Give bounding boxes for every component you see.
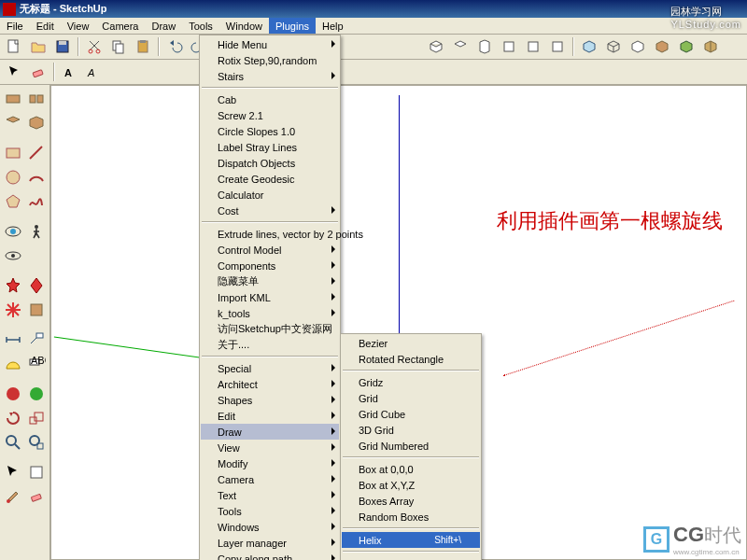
shaded-icon[interactable] bbox=[651, 36, 673, 57]
front-view-icon[interactable] bbox=[473, 36, 496, 57]
menuitem-bezier[interactable]: Bezier bbox=[342, 335, 480, 351]
menuitem-k-tools[interactable]: k_tools bbox=[201, 305, 339, 321]
copy-icon[interactable] bbox=[107, 36, 130, 57]
menuitem-special[interactable]: Special bbox=[201, 360, 339, 376]
star2-icon[interactable] bbox=[26, 274, 49, 297]
text-icon[interactable]: A bbox=[59, 62, 81, 82]
save-icon[interactable] bbox=[51, 36, 74, 57]
menuitem-draw[interactable]: Draw bbox=[201, 424, 339, 440]
menu-edit[interactable]: Edit bbox=[30, 18, 61, 34]
menuitem-import-kml[interactable]: Import KML bbox=[201, 289, 339, 305]
new-icon[interactable] bbox=[3, 36, 25, 57]
menuitem-box-at-x-y-z[interactable]: Box at X,Y,Z bbox=[342, 477, 480, 493]
mirror-icon[interactable] bbox=[26, 88, 49, 110]
iso-icon[interactable] bbox=[425, 36, 447, 57]
zoom-icon[interactable] bbox=[2, 431, 24, 454]
label-icon[interactable]: ABC bbox=[26, 353, 49, 375]
line-icon[interactable] bbox=[26, 142, 49, 164]
menuitem-rotix-step-90-random[interactable]: Rotix Step,90,random bbox=[201, 52, 339, 68]
color1-icon[interactable] bbox=[2, 383, 24, 405]
monochrome-icon[interactable] bbox=[699, 36, 722, 57]
menuitem-box-at-0-0-0[interactable]: Box at 0,0,0 bbox=[342, 461, 480, 477]
scale-icon[interactable] bbox=[26, 407, 49, 429]
menu-draw[interactable]: Draw bbox=[145, 18, 182, 34]
menuitem-grid[interactable]: Grid bbox=[342, 390, 480, 406]
back-view-icon[interactable] bbox=[522, 36, 544, 57]
menuitem-hide-menu[interactable]: Hide Menu bbox=[201, 36, 339, 52]
freehand-icon[interactable] bbox=[26, 190, 49, 213]
look-icon[interactable] bbox=[2, 220, 24, 243]
hidden-line-icon[interactable] bbox=[627, 36, 649, 57]
material-icon[interactable] bbox=[26, 299, 49, 321]
menuitem--[interactable]: 隐藏菜单 bbox=[201, 273, 339, 289]
walk-icon[interactable] bbox=[26, 220, 49, 243]
circle-icon[interactable] bbox=[2, 166, 24, 189]
menuitem-random-boxes[interactable]: Random Boxes bbox=[342, 509, 480, 525]
menu-plugins[interactable]: Plugins bbox=[269, 18, 316, 34]
flip-icon[interactable] bbox=[2, 88, 24, 110]
menuitem-view[interactable]: View bbox=[201, 440, 339, 455]
menuitem-grid-cube[interactable]: Grid Cube bbox=[342, 406, 480, 422]
eraser-icon[interactable] bbox=[27, 62, 49, 82]
rectangle-icon[interactable] bbox=[2, 142, 24, 164]
color2-icon[interactable] bbox=[26, 383, 49, 405]
menuitem-extrude-lines-vector-by-2-points[interactable]: Extrude lines, vector by 2 points bbox=[201, 226, 339, 242]
open-icon[interactable] bbox=[27, 36, 49, 57]
rotate-icon[interactable] bbox=[2, 407, 24, 429]
menu-view[interactable]: View bbox=[61, 18, 96, 34]
component-icon[interactable] bbox=[26, 461, 49, 483]
menuitem-architect[interactable]: Architect bbox=[201, 376, 339, 392]
left-view-icon[interactable] bbox=[546, 36, 569, 57]
menuitem-shapes[interactable]: Shapes bbox=[201, 392, 339, 408]
select-icon[interactable] bbox=[3, 62, 25, 82]
menuitem-components[interactable]: Components bbox=[201, 258, 339, 273]
undo-icon[interactable] bbox=[163, 36, 186, 57]
menuitem-camera[interactable]: Camera bbox=[201, 471, 339, 487]
menuitem-circle-slopes-1-0[interactable]: Circle Slopes 1.0 bbox=[201, 123, 339, 139]
dim-icon[interactable] bbox=[2, 329, 24, 351]
menuitem-slabtool[interactable]: SlabTool bbox=[342, 555, 480, 560]
menuitem-gridz[interactable]: Gridz bbox=[342, 374, 480, 390]
menuitem-text[interactable]: Text bbox=[201, 487, 339, 503]
menuitem-grid-numbered[interactable]: Grid Numbered bbox=[342, 438, 480, 454]
menuitem-layer-manager[interactable]: Layer manager bbox=[201, 535, 339, 551]
star3-icon[interactable] bbox=[2, 299, 24, 321]
menu-tools[interactable]: Tools bbox=[182, 18, 219, 34]
3dtext-icon[interactable]: A bbox=[83, 62, 106, 82]
arc-icon[interactable] bbox=[26, 166, 49, 189]
eraser2-icon[interactable] bbox=[26, 485, 49, 508]
paint-icon[interactable] bbox=[2, 485, 24, 508]
protractor-icon[interactable] bbox=[2, 353, 24, 375]
menuitem-stairs[interactable]: Stairs bbox=[201, 68, 339, 84]
menuitem-cost[interactable]: Cost bbox=[201, 203, 339, 218]
menu-window[interactable]: Window bbox=[219, 18, 269, 34]
shaded-tex-icon[interactable] bbox=[675, 36, 698, 57]
right-view-icon[interactable] bbox=[498, 36, 520, 57]
paste-icon[interactable] bbox=[132, 36, 154, 57]
menuitem--sketchup-[interactable]: 访问Sketchup中文资源网 bbox=[201, 321, 339, 337]
menuitem-windows[interactable]: Windows bbox=[201, 519, 339, 535]
menuitem--[interactable]: 关于.... bbox=[201, 337, 339, 353]
polygon-icon[interactable] bbox=[2, 190, 24, 213]
menuitem-calculator[interactable]: Calculator bbox=[201, 187, 339, 203]
menuitem-rotated-rectangle[interactable]: Rotated Rectangle bbox=[342, 351, 480, 367]
cut-icon[interactable] bbox=[83, 36, 106, 57]
menuitem-label-stray-lines[interactable]: Label Stray Lines bbox=[201, 139, 339, 155]
menuitem-tools[interactable]: Tools bbox=[201, 503, 339, 519]
menuitem-helix[interactable]: HelixShift+\ bbox=[342, 532, 480, 548]
menuitem-copy-along-path[interactable]: Copy along path bbox=[201, 551, 339, 560]
menu-camera[interactable]: Camera bbox=[95, 18, 145, 34]
menuitem-cab[interactable]: Cab bbox=[201, 91, 339, 107]
top-view-icon[interactable] bbox=[449, 36, 472, 57]
menuitem-screw-2-1[interactable]: Screw 2.1 bbox=[201, 107, 339, 123]
menuitem-boxes-array[interactable]: Boxes Array bbox=[342, 493, 480, 509]
menuitem-modify[interactable]: Modify bbox=[201, 455, 339, 471]
zoom-win-icon[interactable] bbox=[26, 431, 49, 454]
menu-file[interactable]: File bbox=[0, 18, 30, 34]
eye-icon[interactable] bbox=[2, 245, 24, 267]
callout-icon[interactable] bbox=[26, 329, 49, 351]
face-icon[interactable] bbox=[2, 112, 24, 134]
xray-icon[interactable] bbox=[578, 36, 600, 57]
menuitem-edit[interactable]: Edit bbox=[201, 408, 339, 424]
wireframe-icon[interactable] bbox=[602, 36, 625, 57]
